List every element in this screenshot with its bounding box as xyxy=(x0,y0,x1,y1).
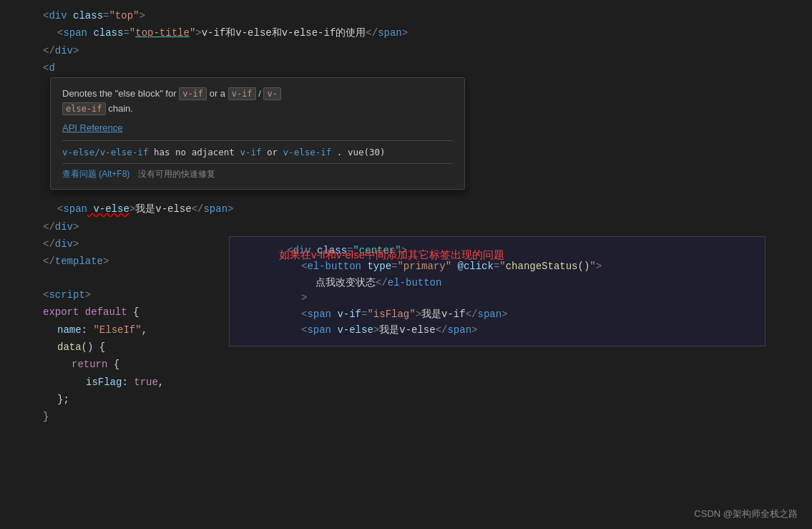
code-line: </div> xyxy=(0,42,812,59)
right-code-line: <el-button type="primary" @click="change… xyxy=(230,260,765,276)
right-code-line: 点我改变状态</el-button xyxy=(230,276,765,291)
code-line: <d xyxy=(0,59,812,75)
code-line: isFlag : true , xyxy=(0,374,812,391)
right-code-line: <span v-if="isFlag">我是v-if</span> xyxy=(230,307,765,323)
tooltip-popup: Denotes the "else block" for v-if or a v… xyxy=(50,77,465,190)
right-code-line: <span v-else>我是v-else</span> xyxy=(230,323,765,339)
code-line: <span class="top-title">v-if和v-else和v-el… xyxy=(0,24,812,42)
code-line: </div> xyxy=(0,218,812,236)
right-code-line: > xyxy=(230,291,765,307)
code-line: <span v-else>我是v-else</span> xyxy=(0,200,812,218)
code-line: <div class="top"> xyxy=(0,7,812,24)
tooltip-error-message: v-else/v-else-if has no adjacent v-if or… xyxy=(62,140,453,157)
code-line: }; xyxy=(0,391,812,408)
tooltip-description: Denotes the "else block" for v-if or a v… xyxy=(62,87,453,117)
code-line: return { xyxy=(0,356,812,373)
tooltip-footer: 查看问题 (Alt+F8) 没有可用的快速修复 xyxy=(62,163,453,180)
no-quick-fix-text: 没有可用的快速修复 xyxy=(138,168,215,180)
code-line: } xyxy=(0,408,812,425)
annotation-text: 如果在v-if和v-else中间添加其它标签出现的问题 xyxy=(279,248,504,262)
view-problem-link[interactable]: 查看问题 (Alt+F8) xyxy=(62,168,129,180)
watermark: CSDN @架构师全栈之路 xyxy=(694,508,798,520)
api-reference-link[interactable]: API Reference xyxy=(62,122,453,133)
